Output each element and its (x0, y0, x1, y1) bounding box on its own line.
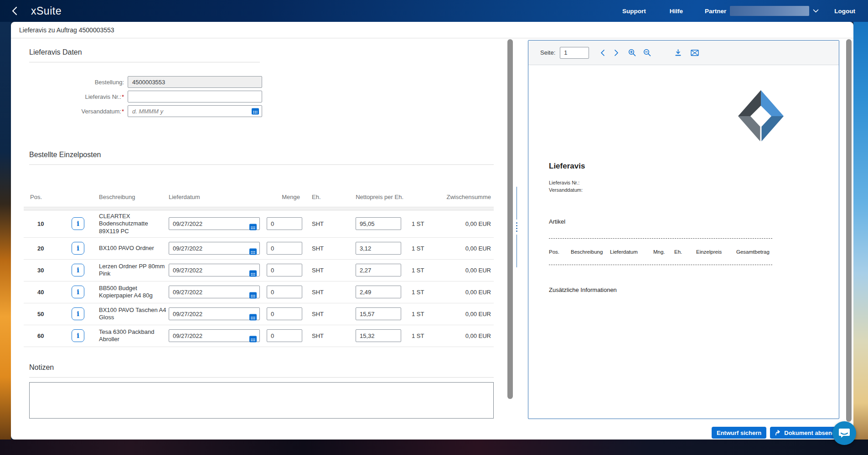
info-button[interactable] (72, 217, 84, 230)
page-number-input[interactable] (560, 47, 589, 59)
nettopreis-input[interactable] (356, 217, 401, 230)
item-price-unit: 1 ST (412, 245, 446, 252)
info-button[interactable] (72, 307, 84, 320)
next-page-button[interactable] (614, 49, 619, 56)
item-subtotal: 0,00 EUR (446, 245, 494, 252)
item-subtotal: 0,00 EUR (446, 267, 494, 274)
calendar-icon[interactable] (251, 107, 259, 115)
chevron-left-icon (11, 6, 18, 15)
calendar-icon[interactable] (249, 247, 257, 256)
info-button[interactable] (72, 329, 84, 342)
document-preview-panel: Seite: (528, 40, 839, 419)
bestellung-label: Bestellung: (29, 79, 128, 86)
page-title: Lieferavis zu Auftrag 4500003553 (11, 22, 853, 38)
main-window: Lieferavis zu Auftrag 4500003553 Liefera… (11, 22, 853, 440)
item-price-unit: 1 ST (412, 332, 446, 339)
item-description: BB500 Budget Kopierpapier A4 80g (99, 285, 167, 300)
hilfe-link[interactable]: Hilfe (658, 8, 695, 15)
table-row: 30 Lerzen Ordner PP 80mm Pink SHT 1 ST 0… (24, 260, 494, 281)
info-button[interactable] (72, 264, 84, 276)
form-section-title: Lieferavis Daten (29, 48, 514, 56)
logout-link[interactable]: Logout (825, 8, 868, 15)
lieferdatum-input[interactable] (169, 307, 260, 320)
lieferdatum-input[interactable] (169, 242, 260, 255)
item-subtotal: 0,00 EUR (446, 332, 494, 339)
zoom-out-button[interactable] (643, 49, 651, 56)
download-button[interactable] (675, 49, 682, 56)
col-nettopreis: Nettopreis per Eh. (356, 194, 412, 201)
item-description: Tesa 6300 Packband Abroller (99, 328, 167, 343)
table-row: 20 BX100 PAVO Ordner SHT 1 ST 0,00 EUR (24, 238, 494, 260)
splitter-handle[interactable] (514, 187, 519, 276)
info-button[interactable] (72, 242, 84, 255)
nettopreis-input[interactable] (356, 286, 401, 298)
item-description: Lerzen Ordner PP 80mm Pink (99, 263, 167, 278)
nettopreis-input[interactable] (356, 264, 401, 276)
notes-textarea[interactable] (29, 382, 494, 419)
lieferdatum-input[interactable] (169, 217, 260, 230)
table-row: 40 BB500 Budget Kopierpapier A4 80g SHT … (24, 281, 494, 303)
versanddatum-field[interactable] (128, 105, 262, 117)
lieferdatum-input[interactable] (169, 264, 260, 276)
previous-page-button[interactable] (600, 49, 605, 56)
lieferdatum-input[interactable] (169, 329, 260, 342)
support-link[interactable]: Support (610, 8, 658, 15)
menge-input[interactable] (267, 242, 302, 255)
menge-input[interactable] (267, 307, 302, 320)
doc-artikel-heading: Artikel (549, 218, 565, 225)
nettopreis-input[interactable] (356, 329, 401, 342)
chevron-left-icon (600, 49, 605, 56)
menge-input[interactable] (267, 217, 302, 230)
chevron-down-icon[interactable] (813, 9, 819, 13)
menge-input[interactable] (267, 286, 302, 298)
email-button[interactable] (691, 50, 699, 56)
partner-dropdown[interactable] (730, 6, 809, 16)
item-unit: SHT (310, 332, 356, 339)
calendar-icon[interactable] (249, 335, 257, 343)
form-pane-scrollbar[interactable] (507, 39, 513, 399)
form-pane: Lieferavis Daten Bestellung: Lieferavis … (11, 38, 514, 440)
lieferdatum-input[interactable] (169, 286, 260, 298)
send-icon (775, 430, 781, 435)
doc-col-beschreibung: Beschreibung (571, 249, 603, 255)
col-beschreibung: Beschreibung (99, 194, 169, 201)
table-row: 50 BX100 PAVO Taschen A4 Gloss SHT 1 ST … (24, 303, 494, 325)
doc-col-eh: Eh. (674, 249, 682, 255)
doc-col-gesamtbetrag: Gesamtbetrag (736, 249, 770, 255)
item-pos: 50 (24, 311, 72, 317)
item-pos: 40 (24, 289, 72, 296)
calendar-icon[interactable] (249, 291, 257, 299)
calendar-icon[interactable] (249, 313, 257, 321)
info-button[interactable] (72, 286, 84, 298)
page-scrollbar[interactable] (846, 39, 852, 422)
chat-icon (838, 428, 850, 439)
divider (29, 164, 494, 165)
mail-icon (691, 50, 699, 56)
lieferavis-nr-field[interactable] (128, 91, 262, 102)
nettopreis-input[interactable] (356, 242, 401, 255)
calendar-icon[interactable] (249, 269, 257, 277)
calendar-icon[interactable] (249, 223, 257, 231)
chat-bubble-button[interactable] (832, 421, 856, 445)
zoom-in-icon (628, 49, 636, 56)
chevron-right-icon (614, 49, 619, 56)
dashed-line (549, 265, 772, 265)
menge-input[interactable] (267, 264, 302, 276)
bestellung-field[interactable] (128, 76, 262, 88)
nettopreis-input[interactable] (356, 307, 401, 320)
item-price-unit: 1 ST (412, 267, 446, 274)
item-pos: 20 (24, 245, 72, 252)
zoom-in-button[interactable] (628, 49, 636, 56)
download-icon (675, 49, 682, 56)
grip-dots-icon (516, 222, 517, 232)
save-draft-button[interactable]: Entwurf sichern (712, 427, 766, 439)
items-table-body: 10 CLEARTEX Bodenschutzmatte 89X119 PC S… (24, 210, 494, 347)
header-nav: Support Hilfe Partner Logout (610, 6, 868, 16)
back-button[interactable] (9, 5, 20, 16)
wallpaper-right (853, 22, 868, 455)
item-description: CLEARTEX Bodenschutzmatte 89X119 PC (99, 213, 167, 235)
required-marker: * (122, 108, 124, 115)
items-section-title: Bestellte Einzelposten (29, 151, 514, 159)
app-header: xSuite Support Hilfe Partner Logout (0, 0, 868, 22)
menge-input[interactable] (267, 329, 302, 342)
